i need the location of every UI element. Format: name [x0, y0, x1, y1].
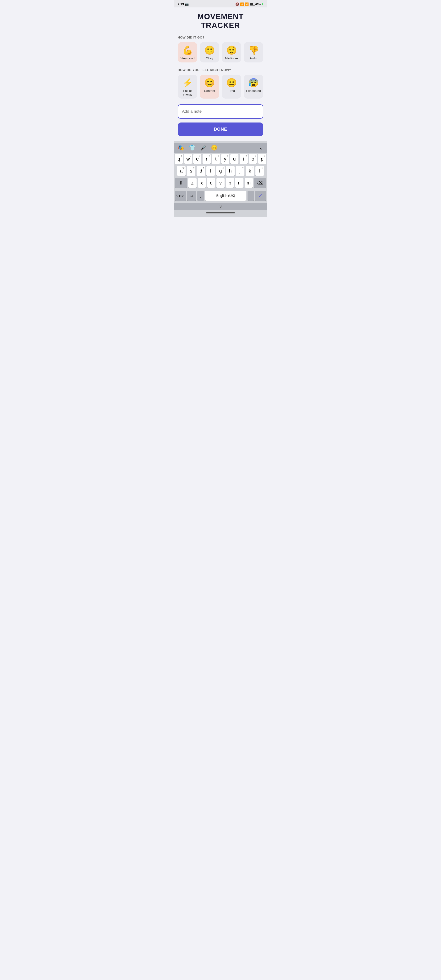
key-w[interactable]: 2w [184, 154, 192, 164]
key-sub-e: 3 [199, 154, 200, 157]
key-u[interactable]: 7u [230, 154, 238, 164]
key-v[interactable]: v [216, 178, 225, 188]
option-emoji-energy: ⚡ [182, 78, 193, 87]
key-sub-y: 6 [227, 154, 228, 157]
key-sub-w: 2 [190, 154, 191, 157]
key-o[interactable]: 9o [249, 154, 257, 164]
comma-key[interactable]: , [197, 191, 204, 201]
space-key[interactable]: English (UK) [205, 191, 246, 201]
key-i[interactable]: 8i [240, 154, 248, 164]
wifi-icon: 📶 [245, 2, 249, 6]
section2-label: HOW DO YOU FEEL RIGHT NOW? [178, 68, 263, 72]
period-key[interactable]: . [247, 191, 254, 201]
key-label-l: l [259, 169, 260, 173]
key-r[interactable]: 4r [203, 154, 211, 164]
key-sub-k: ( [252, 167, 253, 169]
mic-icon[interactable]: 🎤 [200, 145, 206, 151]
key-k[interactable]: (k [246, 166, 254, 176]
option-card-awful[interactable]: 👎 Awful [244, 42, 263, 62]
section1-label: HOW DID IT GO? [178, 36, 263, 39]
battery-icon [250, 3, 255, 5]
key-h[interactable]: -h [226, 166, 235, 176]
status-bar: 9:13 📷 · 🔇 📶 📶 66% [174, 0, 267, 7]
shift-key[interactable]: ⇧ [175, 178, 187, 188]
key-x[interactable]: x [198, 178, 206, 188]
return-key[interactable]: ✓ [255, 191, 266, 201]
face-icon[interactable]: 😊 [211, 145, 217, 151]
option-label-energy: Full of energy [179, 89, 195, 96]
option-label-mediocre: Mediocre [225, 56, 238, 60]
note-input[interactable] [178, 104, 263, 119]
key-a[interactable]: @a [177, 166, 186, 176]
key-label-w: w [186, 156, 190, 161]
battery-fill [250, 3, 253, 5]
key-m[interactable]: m [245, 178, 253, 188]
key-j[interactable]: +j [236, 166, 244, 176]
key-label-a: a [180, 169, 182, 173]
key-y[interactable]: 6y [221, 154, 229, 164]
key-label-z: z [191, 180, 194, 185]
key-sub-j: + [242, 167, 243, 169]
key-sub-a: @ [182, 167, 185, 169]
option-emoji-mediocre: 😟 [226, 46, 237, 54]
key-label-f: f [210, 169, 211, 173]
key-p[interactable]: 0p [258, 154, 266, 164]
key-c[interactable]: "c [207, 178, 215, 188]
shirt-icon[interactable]: 👕 [189, 145, 195, 151]
key-l[interactable]: )l [255, 166, 264, 176]
key-t[interactable]: 5t [212, 154, 220, 164]
done-button[interactable]: DONE [178, 123, 263, 136]
option-label-okay: Okay [206, 56, 213, 60]
key-label-m: m [247, 180, 251, 185]
key-label-p: p [261, 156, 263, 161]
battery-percent: 66% [255, 3, 261, 6]
option-label-very-good: Very good [181, 56, 195, 60]
option-card-exhausted[interactable]: 😰 Exhausted [244, 75, 263, 99]
delete-key[interactable]: ⌫ [254, 178, 266, 188]
key-z[interactable]: z [188, 178, 196, 188]
key-g[interactable]: &g [216, 166, 225, 176]
section-how-do-you-feel: HOW DO YOU FEEL RIGHT NOW? ⚡ Full of ene… [178, 68, 263, 99]
num-key[interactable]: ?123 [175, 191, 186, 201]
emoji-sticker-icon[interactable]: 🎭 [178, 145, 184, 151]
key-n[interactable]: n [235, 178, 243, 188]
battery-indicator: 66% [250, 3, 263, 6]
key-sub-c: " [214, 178, 214, 181]
delete-icon: ⌫ [257, 180, 263, 185]
option-card-okay[interactable]: 🙂 Okay [200, 42, 219, 62]
option-label-content: Content [204, 89, 215, 92]
key-label-d: d [200, 169, 202, 173]
emoji-key[interactable]: ☺ [187, 191, 196, 201]
key-s[interactable]: #s [187, 166, 195, 176]
option-card-content[interactable]: 😊 Content [200, 75, 219, 99]
key-sub-r: 4 [209, 154, 210, 157]
option-card-very-good[interactable]: 💪 Very good [178, 42, 197, 62]
key-b[interactable]: 'b [226, 178, 234, 188]
key-sub-p: 0 [264, 154, 265, 157]
status-time: 9:13 [178, 2, 184, 6]
camera-icon: 📷 [185, 2, 189, 6]
key-row-1: @a#s£d_f&g-h+j(k)l [175, 166, 266, 176]
app-title: MOVEMENT TRACKER [178, 12, 263, 30]
option-card-tired[interactable]: 😐 Tired [222, 75, 241, 99]
key-label-h: h [229, 169, 232, 173]
key-f[interactable]: _f [206, 166, 215, 176]
section1-options-grid: 💪 Very good 🙂 Okay 😟 Mediocre 👎 Awful [178, 42, 263, 62]
status-left: 9:13 📷 · [178, 2, 190, 6]
key-label-e: e [196, 156, 199, 161]
option-card-mediocre[interactable]: 😟 Mediocre [222, 42, 241, 62]
collapse-arrow[interactable]: ∨ [174, 203, 267, 210]
key-e[interactable]: 3e [193, 154, 201, 164]
key-label-c: c [210, 180, 213, 185]
option-emoji-tired: 😐 [226, 78, 237, 87]
key-q[interactable]: 1q [175, 154, 183, 164]
key-sub-h: - [233, 167, 234, 169]
option-emoji-very-good: 💪 [182, 46, 193, 54]
key-row-0: 1q2w3e4r5t6y7u8i9o0p [175, 154, 266, 164]
option-card-energy[interactable]: ⚡ Full of energy [178, 75, 197, 99]
shift-icon: ⇧ [179, 180, 183, 185]
key-d[interactable]: £d [197, 166, 205, 176]
option-emoji-content: 😊 [204, 78, 215, 87]
collapse-keyboard-icon[interactable]: ⌄ [259, 145, 263, 151]
status-right: 🔇 📶 📶 66% [235, 2, 263, 6]
